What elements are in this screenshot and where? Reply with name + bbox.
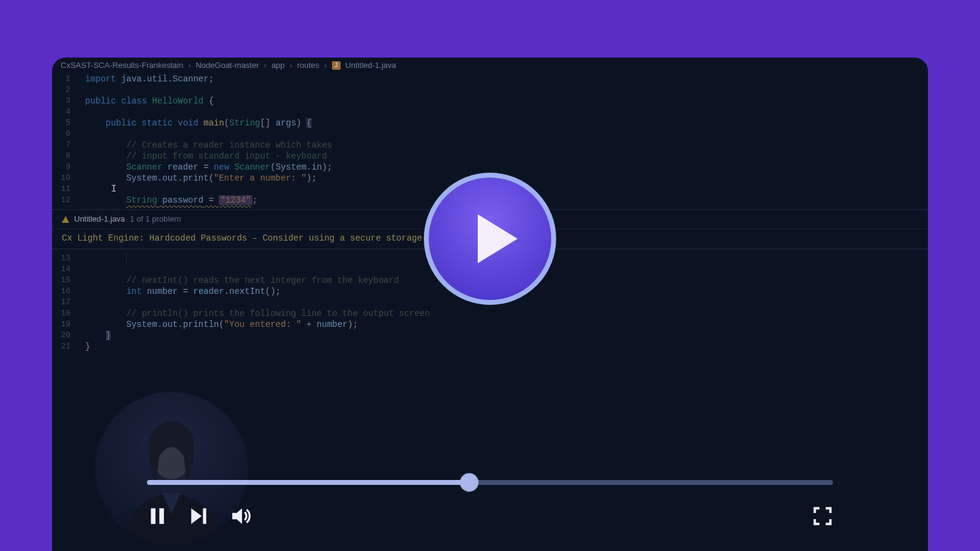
breadcrumb: CxSAST-SCA-Results-Frankestain › NodeGoa… [52,58,928,73]
comment: // nextInt() reads the next integer from… [126,276,399,285]
line-number: 4 [52,107,79,118]
string: "You entered: " [224,320,301,329]
identifier: java.util.Scanner [121,74,209,84]
problems-count: 1 of 1 problem [130,214,181,225]
svg-rect-4 [203,508,206,524]
keyword: class [121,96,147,106]
line-number: 10 [52,173,79,184]
comment: // println() prints the following line t… [126,309,430,318]
line-number: 9 [52,162,79,173]
chevron-right-icon: › [264,60,266,71]
line-number: 13 [52,253,79,264]
class-name: HelloWorld [152,96,203,106]
chevron-right-icon: › [324,60,326,71]
string: "Enter a number: " [214,173,306,183]
operator: + [301,320,317,329]
line-number: 6 [52,129,79,140]
next-button[interactable] [189,506,209,527]
pause-button[interactable] [147,506,168,527]
line-number: 18 [52,308,79,319]
play-button[interactable] [423,171,557,306]
volume-button[interactable] [230,506,251,527]
svg-marker-3 [191,508,202,524]
progress-bar[interactable] [147,480,833,485]
keyword: public [85,96,116,106]
string: "1234" [219,195,252,205]
keyword: int [126,287,141,296]
line-number: 7 [52,140,79,151]
breadcrumb-file: Untitled-1.java [345,60,396,71]
identifier: number [147,287,178,296]
progress-fill [147,480,469,485]
keyword: import [85,74,116,84]
breadcrumb-part: CxSAST-SCA-Results-Frankestain [61,60,183,71]
keyword: new [214,162,229,172]
keyword: static [141,118,172,128]
progress-thumb[interactable] [460,473,478,492]
chevron-right-icon: › [188,60,190,71]
line-number: 17 [52,297,79,308]
fullscreen-button[interactable] [812,506,833,527]
java-file-icon: J [332,61,341,70]
type: String [229,118,260,128]
type: Scanner [235,162,271,172]
identifier: System.in [276,162,322,172]
line-number: 20 [52,330,79,341]
identifier: password [162,195,203,205]
breadcrumb-part: routes [297,60,319,71]
svg-rect-1 [151,508,155,524]
type: String [126,195,157,205]
line-number: 8 [52,151,79,162]
keyword: void [178,118,198,128]
param: args [276,118,296,128]
identifier: reader.nextInt [193,287,265,296]
svg-marker-5 [232,508,242,524]
identifier: reader [167,162,198,172]
line-number: 14 [52,264,79,275]
breadcrumb-part: NodeGoat-master [195,60,258,71]
identifier: System.out.print [126,173,208,183]
line-number: 12 [52,195,79,206]
identifier: number [317,320,347,329]
line-number: 2 [52,84,79,96]
line-number: 21 [52,341,79,352]
method: main [203,118,224,128]
problems-file: Untitled-1.java [74,214,125,225]
warning-icon [62,216,69,223]
chevron-right-icon: › [290,60,292,71]
line-number: 1 [52,73,79,84]
svg-rect-2 [159,508,164,524]
line-number: 11 [52,184,79,195]
player-controls [147,480,833,527]
keyword: public [106,118,137,128]
line-number: 19 [52,319,79,330]
type: Scanner [126,162,162,172]
breadcrumb-part: app [271,60,285,71]
line-number: 15 [52,275,79,286]
line-number: 16 [52,286,79,297]
comment: // Creates a reader instance which takes [126,140,332,150]
identifier: System.out.println [126,320,219,329]
line-number: 5 [52,118,79,129]
line-number: 3 [52,96,79,107]
comment: // input from standard input - keyboard [126,151,327,161]
text-cursor-icon: I [79,184,117,195]
